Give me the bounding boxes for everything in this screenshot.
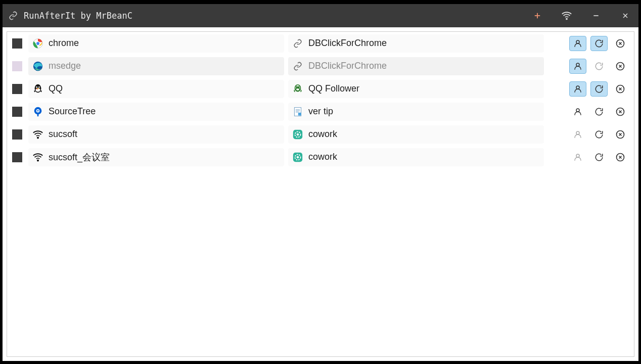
link-icon (292, 61, 303, 72)
svg-rect-36 (37, 113, 39, 116)
svg-point-8 (36, 41, 39, 45)
cowork-icon (292, 129, 303, 140)
row-actions (569, 81, 629, 97)
trigger-cell[interactable]: QQ (28, 80, 284, 98)
action-cell[interactable]: cowork (288, 148, 544, 166)
svg-point-46 (37, 137, 38, 138)
refresh-button[interactable] (590, 36, 608, 51)
svg-point-28 (298, 86, 299, 87)
sourcetree-icon (32, 106, 43, 117)
rule-row: QQ QQ Follower (7, 77, 634, 100)
edge-icon (32, 61, 43, 72)
titlebar: RunAfterIt by MrBeanC (3, 4, 638, 27)
svg-point-54 (37, 160, 38, 161)
trigger-cell[interactable]: chrome (28, 34, 284, 53)
trigger-cell[interactable]: msedge (28, 57, 284, 75)
person-button[interactable] (569, 59, 586, 74)
remove-button[interactable] (612, 104, 629, 119)
rule-list: chrome DBClickForChrome msedge DBClickFo… (7, 31, 634, 357)
link-icon (9, 11, 18, 20)
svg-point-14 (576, 63, 579, 66)
row-checkbox[interactable] (12, 129, 22, 140)
trigger-cell[interactable]: sucsoft (28, 125, 284, 144)
svg-point-42 (576, 109, 579, 112)
qq-icon (32, 83, 43, 95)
remove-button[interactable] (612, 59, 629, 74)
doc-icon (292, 106, 303, 117)
action-cell[interactable]: DBClickForChrome (288, 34, 544, 53)
person-button[interactable] (569, 127, 586, 142)
row-actions (569, 127, 629, 142)
refresh-button[interactable] (590, 81, 608, 97)
action-label: DBClickForChrome (308, 38, 387, 49)
wifi-icon (32, 152, 43, 163)
wifi-icon[interactable] (560, 9, 574, 23)
rule-row: sucsoft_会议室 cowork (7, 146, 634, 168)
titlebar-actions (530, 9, 632, 23)
trigger-cell[interactable]: SourceTree (28, 103, 284, 121)
person-button[interactable] (569, 150, 586, 165)
row-actions (569, 36, 629, 51)
trigger-label: msedge (49, 61, 81, 71)
action-label: cowork (308, 129, 337, 140)
person-button[interactable] (569, 81, 586, 97)
app-window: RunAfterIt by MrBeanC (3, 4, 638, 361)
remove-button[interactable] (612, 127, 629, 142)
svg-point-27 (296, 86, 297, 87)
svg-point-57 (297, 156, 299, 158)
svg-point-2 (566, 19, 567, 20)
action-cell[interactable]: ver tip (288, 103, 544, 121)
rule-row: sucsoft cowork (7, 123, 634, 146)
action-cell[interactable]: DBClickForChrome (288, 57, 544, 75)
action-label: DBClickForChrome (308, 61, 387, 71)
svg-point-50 (576, 131, 579, 134)
svg-point-26 (296, 88, 299, 91)
rule-row: msedge DBClickForChrome (7, 55, 634, 77)
trigger-label: SourceTree (49, 106, 96, 117)
svg-point-35 (37, 110, 39, 111)
row-checkbox[interactable] (12, 61, 22, 71)
rule-row: chrome DBClickForChrome (7, 32, 634, 55)
remove-button[interactable] (612, 81, 629, 97)
trigger-label: chrome (49, 38, 79, 49)
row-checkbox[interactable] (12, 84, 22, 94)
svg-point-58 (576, 154, 579, 157)
svg-point-23 (38, 86, 39, 87)
refresh-button[interactable] (590, 127, 608, 142)
remove-button[interactable] (612, 36, 629, 51)
row-actions (569, 59, 629, 74)
close-button[interactable] (618, 9, 632, 23)
row-actions (569, 150, 629, 165)
svg-point-22 (36, 86, 37, 87)
svg-point-9 (576, 40, 579, 43)
person-button[interactable] (569, 36, 586, 51)
refresh-button[interactable] (590, 150, 608, 165)
action-cell[interactable]: QQ Follower (288, 80, 544, 98)
link-icon (292, 38, 303, 49)
minimize-button[interactable] (589, 9, 603, 23)
trigger-label: sucsoft (49, 129, 77, 140)
content-area: chrome DBClickForChrome msedge DBClickFo… (3, 27, 638, 361)
svg-point-29 (576, 86, 579, 89)
action-cell[interactable]: cowork (288, 125, 544, 144)
qqfollower-icon (292, 83, 303, 95)
chrome-icon (32, 38, 43, 49)
row-checkbox[interactable] (12, 107, 22, 117)
row-checkbox[interactable] (12, 38, 22, 49)
rule-row: SourceTree ver tip (7, 100, 634, 123)
trigger-label: QQ (49, 83, 63, 94)
svg-rect-41 (298, 112, 301, 115)
action-label: cowork (308, 152, 337, 162)
cowork-icon (292, 152, 303, 163)
action-label: QQ Follower (308, 83, 359, 94)
refresh-button[interactable] (590, 59, 608, 74)
row-checkbox[interactable] (12, 152, 22, 162)
person-button[interactable] (569, 104, 586, 119)
refresh-button[interactable] (590, 104, 608, 119)
trigger-cell[interactable]: sucsoft_会议室 (28, 148, 284, 166)
add-button[interactable] (530, 9, 544, 23)
svg-point-49 (297, 133, 299, 135)
remove-button[interactable] (612, 150, 629, 165)
wifi-icon (32, 129, 43, 140)
action-label: ver tip (308, 106, 333, 117)
